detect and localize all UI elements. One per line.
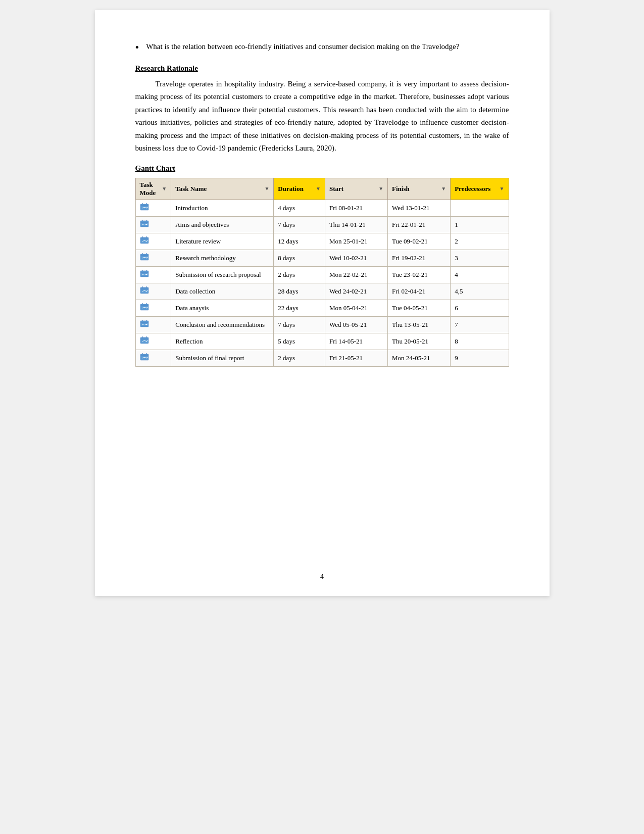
start-cell: Wed 10-02-21 — [325, 250, 387, 266]
task-name-cell: Introduction — [171, 200, 274, 216]
table-row: Conclusion and recommendations7 daysWed … — [135, 316, 509, 333]
research-rationale-section: Research Rationale Traveloge operates in… — [135, 64, 509, 155]
page: • What is the relation between eco-frien… — [95, 10, 550, 596]
finish-dropdown-arrow[interactable]: ▼ — [441, 186, 446, 191]
start-dropdown-arrow[interactable]: ▼ — [378, 186, 383, 191]
gantt-tbody: Introduction4 daysFri 08-01-21Wed 13-01-… — [135, 200, 509, 366]
task-mode-cell — [135, 250, 171, 266]
predecessors-cell — [451, 200, 509, 216]
table-row: Literature review12 daysMon 25-01-21Tue … — [135, 233, 509, 250]
predecessors-cell: 4,5 — [451, 283, 509, 300]
task-icon — [140, 303, 149, 311]
finish-cell: Tue 04-05-21 — [388, 300, 451, 316]
predecessors-cell: 2 — [451, 233, 509, 250]
duration-dropdown-arrow[interactable]: ▼ — [316, 186, 321, 191]
duration-cell: 4 days — [274, 200, 325, 216]
task-name-dropdown-arrow[interactable]: ▼ — [264, 186, 269, 191]
task-icon — [140, 286, 149, 295]
table-row: Submission of final report2 daysFri 21-0… — [135, 350, 509, 366]
task-mode-cell — [135, 200, 171, 216]
predecessors-cell: 8 — [451, 333, 509, 350]
task-name-cell: Data collection — [171, 283, 274, 300]
col-header-task-name[interactable]: Task Name ▼ — [171, 178, 274, 200]
predecessors-dropdown-arrow[interactable]: ▼ — [500, 186, 505, 191]
gantt-chart-heading: Gantt Chart — [135, 164, 509, 173]
finish-cell: Fri 19-02-21 — [388, 250, 451, 266]
task-name-cell: Conclusion and recommendations — [171, 316, 274, 333]
task-mode-cell — [135, 316, 171, 333]
finish-cell: Tue 23-02-21 — [388, 266, 451, 283]
task-icon — [140, 236, 149, 244]
finish-cell: Fri 22-01-21 — [388, 216, 451, 233]
task-mode-dropdown-arrow[interactable]: ▼ — [162, 186, 167, 191]
task-name-cell: Aims and objectives — [171, 216, 274, 233]
duration-cell: 7 days — [274, 216, 325, 233]
finish-cell: Fri 02-04-21 — [388, 283, 451, 300]
table-row: Reflection5 daysFri 14-05-21Thu 20-05-21… — [135, 333, 509, 350]
gantt-chart-section: Gantt Chart Task Mode ▼ Task Name ▼ — [135, 164, 509, 367]
task-mode-cell — [135, 283, 171, 300]
task-name-cell: Reflection — [171, 333, 274, 350]
page-number: 4 — [135, 573, 509, 581]
duration-cell: 12 days — [274, 233, 325, 250]
task-icon — [140, 220, 149, 228]
predecessors-cell: 7 — [451, 316, 509, 333]
col-header-start[interactable]: Start ▼ — [325, 178, 387, 200]
duration-cell: 28 days — [274, 283, 325, 300]
table-row: Introduction4 daysFri 08-01-21Wed 13-01-… — [135, 200, 509, 216]
bullet-text: What is the relation between eco-friendl… — [146, 40, 509, 53]
task-mode-cell — [135, 216, 171, 233]
bullet-item: • What is the relation between eco-frien… — [135, 40, 509, 55]
gantt-table: Task Mode ▼ Task Name ▼ Duration ▼ — [135, 178, 509, 367]
predecessors-cell: 6 — [451, 300, 509, 316]
task-mode-cell — [135, 300, 171, 316]
start-cell: Thu 14-01-21 — [325, 216, 387, 233]
task-icon — [140, 336, 149, 345]
task-mode-cell — [135, 333, 171, 350]
finish-cell: Thu 13-05-21 — [388, 316, 451, 333]
start-cell: Fri 14-05-21 — [325, 333, 387, 350]
finish-cell: Thu 20-05-21 — [388, 333, 451, 350]
task-mode-cell — [135, 233, 171, 250]
finish-cell: Tue 09-02-21 — [388, 233, 451, 250]
task-mode-cell — [135, 266, 171, 283]
predecessors-cell: 1 — [451, 216, 509, 233]
task-name-cell: Submission of research proposal — [171, 266, 274, 283]
duration-cell: 22 days — [274, 300, 325, 316]
task-name-cell: Literature review — [171, 233, 274, 250]
col-header-task-mode[interactable]: Task Mode ▼ — [135, 178, 171, 200]
start-cell: Wed 05-05-21 — [325, 316, 387, 333]
task-name-cell: Data anaysis — [171, 300, 274, 316]
duration-cell: 2 days — [274, 350, 325, 366]
col-header-duration[interactable]: Duration ▼ — [274, 178, 325, 200]
table-row: Data collection28 daysWed 24-02-21Fri 02… — [135, 283, 509, 300]
col-header-finish[interactable]: Finish ▼ — [388, 178, 451, 200]
start-cell: Fri 08-01-21 — [325, 200, 387, 216]
predecessors-cell: 9 — [451, 350, 509, 366]
duration-cell: 8 days — [274, 250, 325, 266]
research-rationale-paragraph: Traveloge operates in hospitality indust… — [135, 78, 509, 155]
duration-cell: 5 days — [274, 333, 325, 350]
task-icon — [140, 253, 149, 261]
research-rationale-heading: Research Rationale — [135, 64, 509, 73]
duration-cell: 7 days — [274, 316, 325, 333]
task-icon — [140, 203, 149, 211]
gantt-header-row: Task Mode ▼ Task Name ▼ Duration ▼ — [135, 178, 509, 200]
table-row: Aims and objectives7 daysThu 14-01-21Fri… — [135, 216, 509, 233]
task-icon — [140, 320, 149, 328]
start-cell: Mon 22-02-21 — [325, 266, 387, 283]
task-name-cell: Submission of final report — [171, 350, 274, 366]
predecessors-cell: 3 — [451, 250, 509, 266]
table-row: Submission of research proposal2 daysMon… — [135, 266, 509, 283]
start-cell: Wed 24-02-21 — [325, 283, 387, 300]
bullet-dot: • — [135, 40, 139, 55]
task-icon — [140, 270, 149, 278]
task-name-cell: Research methodology — [171, 250, 274, 266]
finish-cell: Mon 24-05-21 — [388, 350, 451, 366]
duration-cell: 2 days — [274, 266, 325, 283]
start-cell: Mon 25-01-21 — [325, 233, 387, 250]
col-header-predecessors[interactable]: Predecessors ▼ — [451, 178, 509, 200]
table-row: Data anaysis22 daysMon 05-04-21Tue 04-05… — [135, 300, 509, 316]
task-mode-cell — [135, 350, 171, 366]
bullet-section: • What is the relation between eco-frien… — [135, 40, 509, 55]
